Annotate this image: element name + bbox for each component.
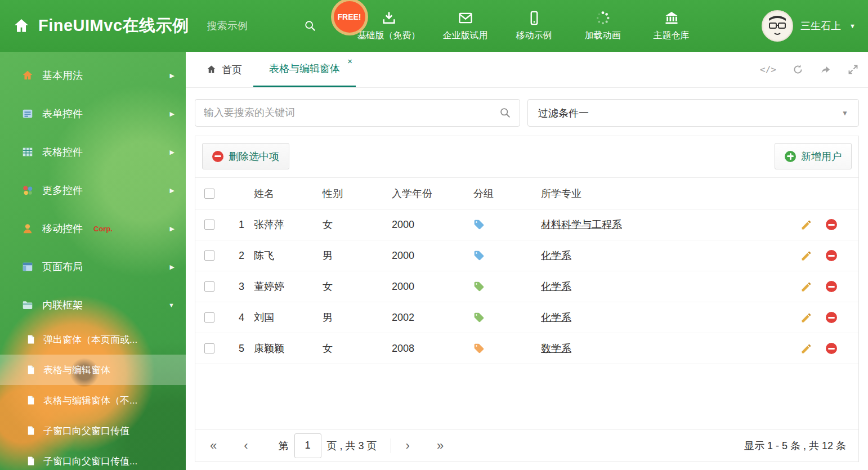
search-icon[interactable] bbox=[304, 20, 316, 32]
grid-toolbar: 删除选中项 新增用户 bbox=[195, 136, 858, 177]
tag-icon bbox=[473, 312, 485, 323]
sidebar-subitem-grid-edit-window[interactable]: 表格与编辑窗体 bbox=[0, 355, 186, 385]
sidebar-item-form-controls[interactable]: 表单控件 ▶ bbox=[0, 95, 186, 133]
row-checkbox[interactable] bbox=[204, 312, 214, 323]
major-link[interactable]: 化学系 bbox=[541, 280, 571, 293]
nav-basic-free[interactable]: 基础版（免费） bbox=[357, 10, 420, 42]
source-code-icon[interactable]: </> bbox=[760, 64, 776, 75]
sidebar-submenu: 弹出窗体（本页面或... 表格与编辑窗体 表格与编辑窗体（不... 子窗口向父窗… bbox=[0, 324, 186, 470]
keyword-search-input[interactable] bbox=[204, 107, 499, 119]
nav-enterprise-trial[interactable]: 企业版试用 bbox=[442, 10, 489, 42]
corp-badge: Corp. bbox=[93, 225, 113, 233]
delete-icon[interactable] bbox=[826, 343, 837, 354]
sidebar-subitem-child-to-parent[interactable]: 子窗口向父窗口传值 bbox=[0, 415, 186, 446]
sidebar-item-mobile-controls[interactable]: 移动控件 Corp. ▶ bbox=[0, 209, 186, 248]
major-link[interactable]: 化学系 bbox=[541, 249, 571, 262]
first-page-button[interactable]: « bbox=[208, 438, 219, 453]
sidebar-item-page-layout[interactable]: 页面布局 ▶ bbox=[0, 248, 186, 286]
edit-icon[interactable] bbox=[800, 219, 812, 231]
row-index: 4 bbox=[229, 312, 254, 324]
sidebar-item-inline-frame[interactable]: 内联框架 ▼ bbox=[0, 286, 186, 324]
user-menu[interactable]: 三生石上 ▼ bbox=[762, 10, 856, 42]
nav-label: 主题仓库 bbox=[654, 30, 690, 42]
major-link[interactable]: 材料科学与工程系 bbox=[541, 218, 622, 231]
row-checkbox[interactable] bbox=[204, 343, 214, 353]
row-index: 5 bbox=[229, 343, 254, 355]
delete-icon[interactable] bbox=[826, 250, 837, 261]
sidebar-subitem-label: 弹出窗体（本页面或... bbox=[43, 333, 137, 346]
sidebar-subitem-child-to-parent-2[interactable]: 子窗口向父窗口传值... bbox=[0, 446, 186, 470]
tab-grid-edit-window[interactable]: 表格与编辑窗体 × bbox=[253, 52, 356, 87]
nav-label: 企业版试用 bbox=[443, 30, 488, 42]
sidebar-item-basic-usage[interactable]: 基本用法 ▶ bbox=[0, 56, 186, 95]
page-suffix-label: 页 , 共 3 页 bbox=[327, 439, 377, 453]
page-number-input[interactable] bbox=[294, 433, 321, 458]
column-header-gender[interactable]: 性别 bbox=[323, 187, 392, 200]
edit-icon[interactable] bbox=[800, 281, 812, 293]
sidebar-item-label: 更多控件 bbox=[42, 183, 83, 197]
cell-name: 张萍萍 bbox=[254, 218, 323, 231]
last-page-button[interactable]: » bbox=[435, 438, 446, 453]
plus-circle-icon bbox=[785, 151, 796, 162]
table-header: 姓名 性别 入学年份 分组 所学专业 bbox=[195, 177, 858, 209]
chevron-right-icon: ▶ bbox=[170, 263, 175, 271]
major-link[interactable]: 化学系 bbox=[541, 311, 571, 324]
column-header-group[interactable]: 分组 bbox=[473, 187, 541, 200]
column-header-major[interactable]: 所学专业 bbox=[541, 187, 785, 200]
delete-selected-button[interactable]: 删除选中项 bbox=[202, 143, 289, 169]
sidebar-subitem-label: 子窗口向父窗口传值 bbox=[43, 424, 129, 437]
table-icon bbox=[21, 146, 34, 158]
share-icon[interactable] bbox=[820, 64, 831, 75]
sidebar-item-label: 表格控件 bbox=[42, 145, 83, 159]
delete-icon[interactable] bbox=[826, 312, 837, 323]
cell-name: 陈飞 bbox=[254, 249, 323, 262]
row-checkbox[interactable] bbox=[204, 220, 214, 230]
refresh-icon[interactable] bbox=[792, 64, 804, 75]
sidebar-item-label: 内联框架 bbox=[42, 298, 83, 312]
column-header-year[interactable]: 入学年份 bbox=[392, 187, 473, 200]
file-icon bbox=[26, 365, 36, 375]
sidebar-item-grid-controls[interactable]: 表格控件 ▶ bbox=[0, 133, 186, 171]
search-icon[interactable] bbox=[499, 107, 511, 119]
header-search-input[interactable] bbox=[207, 20, 297, 32]
close-icon[interactable]: × bbox=[347, 57, 352, 65]
sidebar-subitem-popup-window[interactable]: 弹出窗体（本页面或... bbox=[0, 324, 186, 355]
home-icon bbox=[21, 69, 34, 82]
sidebar-subitem-grid-edit-window-2[interactable]: 表格与编辑窗体（不... bbox=[0, 385, 186, 415]
sidebar-item-label: 表单控件 bbox=[42, 107, 83, 120]
row-index: 1 bbox=[229, 219, 254, 231]
sidebar-item-more-controls[interactable]: 更多控件 ▶ bbox=[0, 171, 186, 209]
row-checkbox[interactable] bbox=[204, 281, 214, 292]
tab-bar: 首页 表格与编辑窗体 × </> bbox=[186, 52, 868, 88]
cell-gender: 男 bbox=[323, 249, 392, 262]
edit-icon[interactable] bbox=[800, 343, 812, 355]
tab-home[interactable]: 首页 bbox=[195, 52, 253, 87]
chevron-right-icon: ▶ bbox=[170, 110, 175, 118]
nav-loading-animation[interactable]: 加载动画 bbox=[579, 10, 627, 42]
nav-label: 移动示例 bbox=[516, 30, 552, 42]
filter-row: 过滤条件一 ▼ bbox=[186, 88, 868, 132]
row-checkbox[interactable] bbox=[204, 250, 214, 261]
free-badge: FREE! bbox=[334, 1, 365, 33]
next-page-button[interactable]: › bbox=[404, 438, 412, 453]
column-header-name[interactable]: 姓名 bbox=[254, 187, 323, 200]
delete-icon[interactable] bbox=[826, 281, 837, 292]
sidebar-item-label: 基本用法 bbox=[42, 69, 83, 82]
major-link[interactable]: 数学系 bbox=[541, 342, 571, 355]
nav-mobile-demo[interactable]: 移动示例 bbox=[511, 10, 558, 42]
select-all-checkbox[interactable] bbox=[204, 189, 214, 199]
brand[interactable]: FineUIMvc在线示例 bbox=[12, 15, 189, 37]
home-icon bbox=[206, 64, 217, 75]
chevron-right-icon: ▶ bbox=[170, 225, 175, 232]
add-user-button[interactable]: 新增用户 bbox=[775, 143, 852, 169]
nav-theme-repo[interactable]: 主题仓库 bbox=[648, 10, 695, 42]
edit-icon[interactable] bbox=[800, 312, 812, 324]
sidebar-item-label: 移动控件 bbox=[42, 222, 83, 235]
expand-icon[interactable] bbox=[847, 64, 859, 75]
delete-icon[interactable] bbox=[826, 219, 837, 230]
edit-icon[interactable] bbox=[800, 250, 812, 262]
filter-dropdown[interactable]: 过滤条件一 ▼ bbox=[527, 99, 859, 127]
chevron-down-icon: ▼ bbox=[842, 109, 848, 117]
minus-circle-icon bbox=[212, 151, 223, 162]
prev-page-button[interactable]: ‹ bbox=[241, 438, 250, 453]
